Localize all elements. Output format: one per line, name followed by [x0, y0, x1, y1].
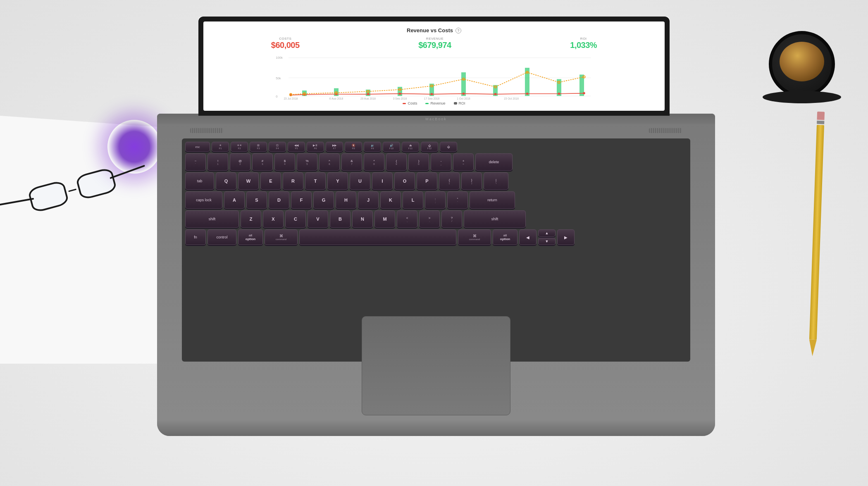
key-0[interactable]: )0 — [408, 153, 429, 171]
key-space[interactable] — [299, 229, 456, 245]
touchpad[interactable] — [362, 316, 510, 415]
key-tab[interactable]: tab — [185, 172, 214, 190]
chart-legend: Costs Revenue ROI — [212, 101, 656, 105]
key-slash[interactable]: ?/ — [441, 210, 462, 228]
glow-orb — [107, 120, 161, 174]
key-d[interactable]: D — [269, 191, 289, 209]
key-f4[interactable]: ⊡F4 — [269, 142, 286, 152]
keyboard-row-shift: shift Z X C V B N M <, >. ?/ shift — [185, 210, 687, 228]
key-option-right[interactable]: altoption — [493, 229, 517, 245]
info-icon[interactable]: ? — [455, 28, 461, 33]
key-arrow-left[interactable]: ◀ — [519, 229, 537, 245]
legend-roi: ROI — [454, 101, 465, 105]
key-n[interactable]: N — [352, 210, 373, 228]
key-6[interactable]: ^6 — [319, 153, 340, 171]
key-esc[interactable]: esc — [185, 142, 210, 152]
key-control[interactable]: control — [207, 229, 236, 245]
key-shift-right[interactable]: shift — [464, 210, 526, 228]
key-arrow-right[interactable]: ▶ — [557, 229, 575, 245]
key-shift-left[interactable]: shift — [185, 210, 239, 228]
key-delete[interactable]: delete — [475, 153, 513, 171]
key-comma[interactable]: <, — [397, 210, 417, 228]
key-1[interactable]: !1 — [207, 153, 228, 171]
key-f9[interactable]: 🔉F9 — [364, 142, 381, 152]
key-f6[interactable]: ▶⏸F6 — [307, 142, 324, 152]
key-s[interactable]: S — [246, 191, 267, 209]
svg-point-20 — [399, 93, 401, 95]
key-command-right[interactable]: ⌘command — [458, 229, 491, 245]
key-command-left[interactable]: ⌘command — [265, 229, 298, 245]
key-f2[interactable]: ☀☀F2 — [231, 142, 248, 152]
key-o[interactable]: O — [394, 172, 415, 190]
key-r[interactable]: R — [283, 172, 303, 190]
key-equals[interactable]: += — [453, 153, 474, 171]
key-c[interactable]: C — [285, 210, 306, 228]
key-f[interactable]: F — [291, 191, 312, 209]
key-z[interactable]: Z — [241, 210, 261, 228]
key-f5[interactable]: ◀◀F5 — [288, 142, 305, 152]
svg-point-23 — [494, 93, 497, 95]
key-w[interactable]: W — [238, 172, 259, 190]
svg-point-25 — [558, 93, 560, 95]
key-x[interactable]: X — [263, 210, 284, 228]
key-a[interactable]: A — [224, 191, 245, 209]
key-f3[interactable]: ⊞F3 — [250, 142, 267, 152]
key-5[interactable]: %5 — [297, 153, 317, 171]
revenue-label: REVENUE — [418, 37, 451, 40]
key-t[interactable]: T — [305, 172, 326, 190]
key-u[interactable]: U — [350, 172, 370, 190]
key-f12[interactable]: ⏻F12 — [421, 142, 438, 152]
key-quote[interactable]: "' — [447, 191, 468, 209]
roi-label: ROI — [570, 37, 597, 40]
key-4[interactable]: $4 — [274, 153, 295, 171]
arrow-keys-vertical: ▲ ▼ — [538, 229, 556, 245]
svg-rect-11 — [461, 72, 466, 96]
key-f7[interactable]: ▶▶F7 — [326, 142, 343, 152]
key-f11[interactable]: ⏏F11 — [402, 142, 419, 152]
key-f1[interactable]: ☀F1 — [212, 142, 229, 152]
key-option-left[interactable]: altoption — [238, 229, 263, 245]
desktop: Revenue vs Costs ? COSTS $60,005 REVENUE… — [0, 0, 868, 486]
key-semicolon[interactable]: :; — [425, 191, 446, 209]
key-9[interactable]: (9 — [386, 153, 407, 171]
key-y[interactable]: Y — [327, 172, 348, 190]
key-8[interactable]: *8 — [364, 153, 384, 171]
key-h[interactable]: H — [336, 191, 356, 209]
key-arrow-down[interactable]: ▼ — [538, 238, 556, 245]
key-i[interactable]: I — [372, 172, 393, 190]
key-k[interactable]: K — [380, 191, 401, 209]
key-q[interactable]: Q — [216, 172, 236, 190]
key-rbrace[interactable]: }] — [461, 172, 482, 190]
key-tilde[interactable]: ~` — [185, 153, 206, 171]
key-v[interactable]: V — [308, 210, 328, 228]
key-lbrace[interactable]: {[ — [439, 172, 460, 190]
key-j[interactable]: J — [358, 191, 379, 209]
key-pipe[interactable]: |\ — [484, 172, 508, 190]
svg-text:23 Jul 2018: 23 Jul 2018 — [284, 97, 298, 100]
key-3[interactable]: #3 — [252, 153, 273, 171]
key-2[interactable]: @2 — [230, 153, 250, 171]
key-m[interactable]: M — [374, 210, 395, 228]
key-g[interactable]: G — [313, 191, 334, 209]
key-minus[interactable]: -_ — [431, 153, 451, 171]
key-7[interactable]: &7 — [341, 153, 362, 171]
key-p[interactable]: P — [417, 172, 437, 190]
key-period[interactable]: >. — [419, 210, 440, 228]
key-f8[interactable]: 🔇F8 — [345, 142, 362, 152]
key-e[interactable]: E — [260, 172, 281, 190]
svg-text:6 Aug 2018: 6 Aug 2018 — [329, 97, 343, 100]
key-arrow-up[interactable]: ▲ — [538, 229, 556, 237]
cup-body — [769, 31, 835, 97]
key-l[interactable]: L — [403, 191, 423, 209]
key-power[interactable]: ⏻ — [440, 142, 457, 152]
pencil-eraser — [817, 112, 825, 120]
key-f10[interactable]: 🔊F10 — [383, 142, 400, 152]
keyboard-row-tab: tab Q W E R T Y U I O P {[ }] |\ — [185, 172, 687, 190]
legend-dot-roi — [454, 102, 457, 105]
keyboard-row-caps: caps lock A S D F G H J K L :; "' return — [185, 191, 687, 209]
key-fn[interactable]: fn — [185, 229, 206, 245]
cup-saucer — [763, 91, 841, 103]
key-b[interactable]: B — [330, 210, 351, 228]
key-return[interactable]: return — [470, 191, 515, 209]
key-capslock[interactable]: caps lock — [185, 191, 222, 209]
